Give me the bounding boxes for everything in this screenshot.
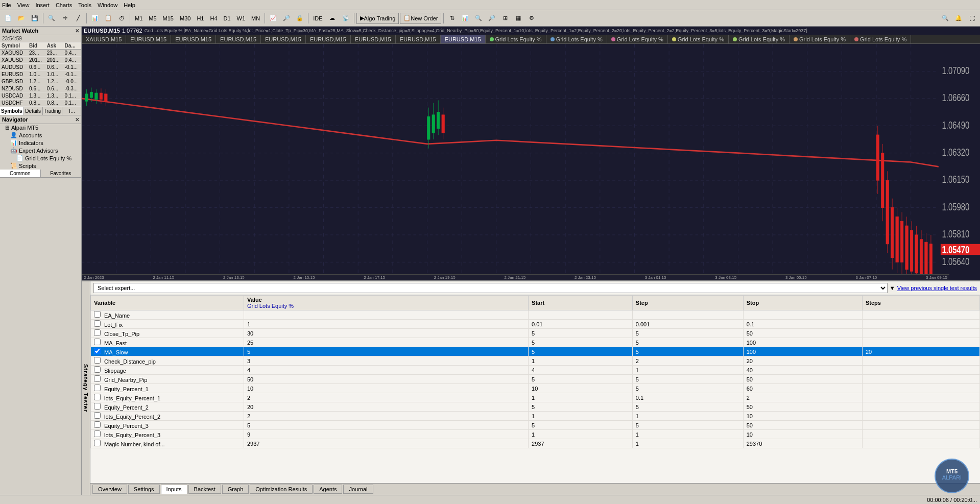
var-checkbox[interactable] (94, 366, 101, 373)
var-stop-cell[interactable]: 100 (743, 347, 862, 356)
open-button[interactable]: 📂 (15, 12, 28, 25)
bottom-tab-inputs[interactable]: Inputs (161, 485, 187, 494)
chart-type-button[interactable]: 📈 (267, 12, 279, 25)
var-value-cell[interactable]: 50 (244, 375, 529, 384)
nav-item[interactable]: 📄Grid Lots Equity % (0, 154, 81, 162)
mw-row[interactable]: NZDUSD 0.6... 0.6... -0.3... (0, 85, 81, 92)
chart-tab[interactable]: EURUSD,M15 (351, 35, 396, 43)
nav-item[interactable]: 🖥Alpari MT5 (0, 124, 81, 131)
prev-results-link[interactable]: View previous single test results (897, 285, 977, 291)
var-stop-cell[interactable]: 50 (743, 375, 862, 384)
var-step-cell[interactable]: 2 (632, 356, 743, 366)
bottom-tab-optimization-results[interactable]: Optimization Results (250, 485, 313, 494)
m15-button[interactable]: M15 (160, 12, 176, 25)
bottom-tab-graph[interactable]: Graph (222, 485, 249, 494)
nav-tab-favorites[interactable]: Favorites (41, 170, 82, 177)
bottom-tab-journal[interactable]: Journal (343, 485, 373, 494)
nav-tab-common[interactable]: Common (0, 170, 41, 177)
expert-select-dropdown[interactable]: Select expert... (93, 283, 888, 293)
d1-button[interactable]: D1 (221, 12, 233, 25)
mw-row[interactable]: USDCHF 0.8... 0.8... 0.1... (0, 100, 81, 107)
mn-button[interactable]: MN (249, 12, 262, 25)
new-order-button[interactable]: 📋 New Order (400, 13, 441, 24)
save-button[interactable]: 💾 (29, 12, 41, 25)
mw-row[interactable]: USDCAD 1.3... 1.3... 0.1... (0, 92, 81, 100)
var-start-cell[interactable]: 10 (529, 384, 633, 393)
navigator-close[interactable]: ✕ (75, 117, 79, 123)
chart-tab[interactable]: Grid Lots Equity % (486, 35, 546, 43)
settings-button[interactable]: ⚙ (525, 12, 538, 25)
mw-row[interactable]: EURUSD 1.0... 1.0... -0.1... (0, 71, 81, 78)
var-step-cell[interactable]: 5 (632, 338, 743, 347)
var-step-cell[interactable]: 5 (632, 402, 743, 412)
var-stop-cell[interactable]: 40 (743, 366, 862, 375)
var-value-cell[interactable]: 3 (244, 356, 529, 366)
var-step-cell[interactable]: 0.1 (632, 393, 743, 402)
w1-button[interactable]: W1 (234, 12, 248, 25)
var-start-cell[interactable] (529, 310, 633, 320)
var-step-cell[interactable]: 1 (632, 430, 743, 439)
var-start-cell[interactable]: 5 (529, 347, 633, 356)
mw-row[interactable]: XAUUSD 201... 201... 0.4... (0, 57, 81, 64)
variable-row[interactable]: Check_Distance_pip 3 1 2 20 (91, 356, 980, 366)
var-checkbox[interactable] (94, 412, 101, 419)
var-start-cell[interactable]: 0.01 (529, 320, 633, 329)
chart-tab[interactable]: EURUSD,M15 (126, 35, 171, 43)
chart-tab[interactable]: EURUSD,M15 (441, 35, 486, 43)
var-checkbox[interactable] (94, 440, 101, 446)
bottom-tab-backtest[interactable]: Backtest (188, 485, 221, 494)
chart-tab[interactable]: Grid Lots Equity % (546, 35, 607, 43)
var-value-cell[interactable]: 2 (244, 393, 529, 402)
var-step-cell[interactable]: 1 (632, 412, 743, 421)
var-start-cell[interactable]: 2937 (529, 439, 633, 448)
var-stop-cell[interactable]: 100 (743, 338, 862, 347)
var-value-cell[interactable]: 2 (244, 412, 529, 421)
algo-trading-button[interactable]: ▶ Algo Trading (356, 13, 399, 24)
var-checkbox[interactable] (94, 348, 101, 354)
var-step-cell[interactable]: 5 (632, 329, 743, 338)
zoom-minus-button[interactable]: 🔍 (472, 12, 485, 25)
chart-tab[interactable]: EURUSD,M15 (216, 35, 261, 43)
variable-row[interactable]: Grid_Nearby_Pip 50 5 5 50 (91, 375, 980, 384)
var-stop-cell[interactable]: 20 (743, 356, 862, 366)
m5-button[interactable]: M5 (146, 12, 159, 25)
var-start-cell[interactable]: 1 (529, 393, 633, 402)
mw-row[interactable]: GBPUSD 1.2... 1.2... -0.0... (0, 78, 81, 85)
var-value-cell[interactable]: 5 (244, 421, 529, 430)
var-stop-cell[interactable]: 50 (743, 421, 862, 430)
signal-button[interactable]: 📡 (340, 12, 352, 25)
chart-tab[interactable]: EURUSD,M15 (261, 35, 306, 43)
menu-insert[interactable]: Insert (35, 2, 50, 8)
var-stop-cell[interactable]: 0.1 (743, 320, 862, 329)
chart-tab[interactable]: EURUSD,M15 (171, 35, 216, 43)
var-checkbox[interactable] (94, 430, 101, 437)
variable-row[interactable]: EA_Name (91, 310, 980, 320)
nav-item[interactable]: 🤖Expert Advisors (0, 147, 81, 154)
menu-help[interactable]: Help (124, 2, 135, 8)
bottom-tab-agents[interactable]: Agents (314, 485, 342, 494)
variable-row[interactable]: Equity_Percent_2 20 5 5 50 (91, 402, 980, 412)
search-button[interactable]: 🔍 (939, 12, 951, 25)
indicator-button[interactable]: 📊 (89, 12, 101, 25)
var-stop-cell[interactable]: 50 (743, 329, 862, 338)
zoom-in-button[interactable]: 🔍 (45, 12, 58, 25)
chart-zoom-button[interactable]: 🔎 (280, 12, 293, 25)
var-checkbox[interactable] (94, 339, 101, 345)
var-checkbox[interactable] (94, 394, 101, 400)
market-watch-close[interactable]: ✕ (75, 28, 79, 34)
bar-chart-button[interactable]: ▦ (512, 12, 524, 25)
mw-tab-symbols[interactable]: Symbols (0, 107, 24, 115)
h1-button[interactable]: H1 (194, 12, 206, 25)
variable-row[interactable]: Equity_Percent_1 10 10 5 60 (91, 384, 980, 393)
var-stop-cell[interactable]: 2 (743, 393, 862, 402)
var-value-cell[interactable] (244, 310, 529, 320)
var-step-cell[interactable]: 1 (632, 366, 743, 375)
var-step-cell[interactable] (632, 310, 743, 320)
var-stop-cell[interactable]: 60 (743, 384, 862, 393)
var-start-cell[interactable]: 1 (529, 430, 633, 439)
variable-row[interactable]: lots_Equity_Percent_1 2 1 0.1 2 (91, 393, 980, 402)
var-stop-cell[interactable]: 50 (743, 402, 862, 412)
var-checkbox[interactable] (94, 320, 101, 327)
chart-tab[interactable]: Grid Lots Equity % (790, 35, 850, 43)
h4-button[interactable]: H4 (207, 12, 220, 25)
